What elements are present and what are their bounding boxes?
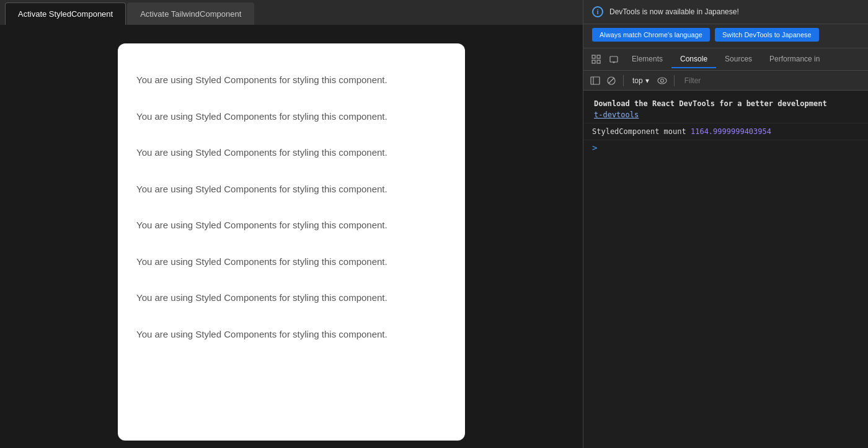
browser-content: Activate StyledComponent Activate Tailwi… [0,0,583,448]
tab-console[interactable]: Console [671,51,716,68]
console-mount-prefix: StyledComponent mount [592,127,686,136]
svg-rect-3 [597,60,600,63]
tab-bar: Activate StyledComponent Activate Tailwi… [0,0,583,25]
context-selector[interactable]: top ▾ [629,75,653,86]
inspect-element-icon[interactable] [588,52,604,68]
tab-tailwind-component[interactable]: Activate TailwindComponent [127,2,254,25]
list-item: You are using Styled Components for styl… [136,99,446,135]
console-mount-number: 1164.9999999403954 [691,127,771,136]
svg-rect-2 [597,55,600,58]
context-arrow-icon: ▾ [645,76,649,85]
page-area: You are using Styled Components for styl… [0,25,583,448]
svg-rect-4 [610,56,618,62]
list-item: You are using Styled Components for styl… [136,171,446,208]
svg-line-10 [609,78,614,83]
notification-text: DevTools is now available in Japanese! [609,7,859,16]
devtools-tabs: Elements Console Sources Performance in [623,51,863,68]
svg-point-12 [660,79,663,82]
component-card: You are using Styled Components for styl… [118,43,465,441]
list-item: You are using Styled Components for styl… [136,207,446,244]
devtools-lang-buttons: Always match Chrome's language Switch De… [583,24,868,48]
context-label: top [632,76,643,85]
tab-styled-component[interactable]: Activate StyledComponent [5,2,126,25]
toolbar-separator-2 [674,75,675,86]
tab-tailwind-label: Activate TailwindComponent [140,9,241,19]
list-item: You are using Styled Components for styl… [136,62,446,99]
tab-sources[interactable]: Sources [716,51,761,68]
devtools-panel: i DevTools is now available in Japanese!… [583,0,868,448]
toolbar-separator [623,75,624,86]
filter-input[interactable] [680,75,863,86]
devtools-notification: i DevTools is now available in Japanese! [583,0,868,24]
match-language-button[interactable]: Always match Chrome's language [592,28,710,42]
console-output: Download the React DevTools for a better… [583,91,868,448]
devtools-toolbar: Elements Console Sources Performance in [583,48,868,71]
sidebar-toggle-icon[interactable] [588,74,602,87]
svg-rect-0 [592,55,595,58]
eye-icon[interactable] [655,74,669,87]
svg-rect-7 [591,77,600,84]
svg-point-11 [658,78,666,84]
switch-language-button[interactable]: Switch DevTools to Japanese [715,28,819,42]
tab-performance[interactable]: Performance in [761,51,828,68]
info-icon: i [592,6,603,17]
console-prompt[interactable]: > [583,140,868,155]
devtools-secondary-toolbar: top ▾ [583,71,868,91]
svg-rect-1 [592,60,595,63]
device-toolbar-icon[interactable] [606,52,622,68]
list-item: You are using Styled Components for styl… [136,316,446,353]
console-react-text: Download the React DevTools for a better… [594,99,827,108]
tab-styled-label: Activate StyledComponent [18,9,113,19]
block-icon[interactable] [604,74,618,87]
list-item: You are using Styled Components for styl… [136,280,446,316]
list-item: You are using Styled Components for styl… [136,135,446,171]
list-item: You are using Styled Components for styl… [136,244,446,280]
console-devtools-link[interactable]: t-devtools [594,110,639,119]
console-message-mount: StyledComponent mount 1164.9999999403954 [583,123,868,140]
tab-elements[interactable]: Elements [623,51,671,68]
console-message-react: Download the React DevTools for a better… [583,96,868,123]
